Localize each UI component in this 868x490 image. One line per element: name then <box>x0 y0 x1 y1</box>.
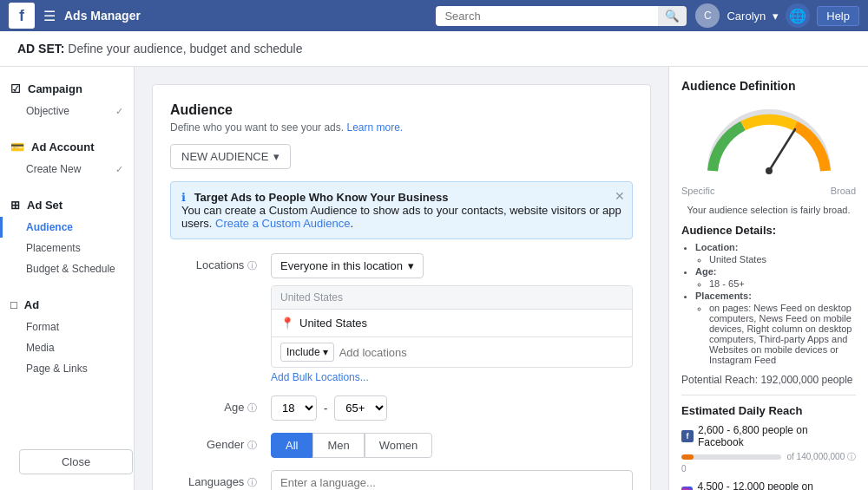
user-area: C Carolyn ▾ 🌐 Help <box>695 3 859 28</box>
sidebar-item-format[interactable]: Format <box>0 317 134 337</box>
add-locations-input[interactable] <box>339 346 623 359</box>
fb-reach-label: 2,600 - 6,800 people on Facebook <box>698 424 856 448</box>
ig-reach-item: 4,500 - 12,000 people on Instagram of 35… <box>681 480 856 490</box>
ig-reach-label: 4,500 - 12,000 people on Instagram <box>697 480 856 490</box>
gauge-text: Your audience selection is fairly broad. <box>681 205 856 215</box>
fb-bar-row: of 140,000,000 ⓘ <box>681 451 856 463</box>
ad-account-icon: 💳 <box>10 140 24 154</box>
locations-label: Locations ⓘ <box>170 253 257 272</box>
sidebar-item-page-links[interactable]: Page & Links <box>0 358 134 379</box>
search-input[interactable] <box>436 6 661 26</box>
languages-info-icon: ⓘ <box>247 477 257 487</box>
campaign-icon: ☑ <box>10 82 21 95</box>
gender-women-button[interactable]: Women <box>365 433 433 458</box>
sidebar-ad-label: Ad <box>24 298 39 311</box>
breadcrumb: AD SET: Define your audience, budget and… <box>0 31 868 67</box>
search-button[interactable]: 🔍 <box>658 6 687 26</box>
dropdown-icon: ▾ <box>273 150 279 163</box>
estimated-title: Estimated Daily Reach <box>681 404 856 417</box>
audience-details-title: Audience Details: <box>681 224 856 237</box>
section-sub: Define who you want to see your ads. Lea… <box>170 121 633 134</box>
detail-location: Location: United States <box>695 242 856 265</box>
globe-icon: 🌐 <box>786 3 810 28</box>
sidebar-section-campaign-header[interactable]: ☑ Campaign <box>0 77 134 101</box>
gauge-chart <box>700 101 838 180</box>
age-control: 18 - 65+ <box>271 395 633 421</box>
include-row: Include ▾ <box>272 336 632 367</box>
close-x[interactable]: ✕ <box>615 189 625 203</box>
chevron-down-icon: ▾ <box>773 10 779 23</box>
ad-set-icon: ⊞ <box>10 199 20 212</box>
include-chevron: ▾ <box>323 346 328 358</box>
fb-bar-of: of 140,000,000 ⓘ <box>786 451 856 463</box>
sidebar-bottom: Close <box>0 473 134 490</box>
divider <box>681 395 856 395</box>
sidebar-section-ad-account-header[interactable]: 💳 Ad Account <box>0 135 134 159</box>
sidebar-section-ad: □ Ad Format Media Page & Links <box>0 293 134 379</box>
languages-control <box>271 470 633 490</box>
sidebar-ad-set-label: Ad Set <box>27 199 62 212</box>
new-audience-button[interactable]: NEW AUDIENCE ▾ <box>170 144 291 169</box>
location-item: 📍 United States <box>272 309 632 336</box>
age-label: Age ⓘ <box>170 395 257 415</box>
search-wrap: 🔍 <box>436 6 687 26</box>
right-panel: Audience Definition Specific Broad Yo <box>668 67 868 490</box>
chevron-icon: ▾ <box>408 259 414 272</box>
app-title: Ads Manager <box>64 9 427 23</box>
content-area: Audience Define who you want to see your… <box>135 67 668 490</box>
check-icon: ✓ <box>115 106 123 117</box>
sidebar-ad-account-label: Ad Account <box>31 140 94 154</box>
instagram-icon <box>681 487 693 490</box>
fb-bar-labels: 0 <box>681 464 856 474</box>
age-dash: - <box>324 402 327 415</box>
pin-icon: 📍 <box>280 317 294 330</box>
sidebar-item-create-new[interactable]: Create New ✓ <box>0 159 134 180</box>
bulk-locations-link[interactable]: Add Bulk Locations... <box>271 371 369 383</box>
detail-age: Age: 18 - 65+ <box>695 266 856 289</box>
sidebar-item-media[interactable]: Media <box>0 337 134 358</box>
user-name: Carolyn <box>727 10 766 23</box>
fb-bar-fill <box>681 454 694 460</box>
fb-info-icon: ⓘ <box>847 452 856 461</box>
close-button[interactable]: Close <box>19 449 133 474</box>
languages-label: Languages ⓘ <box>170 470 257 489</box>
gender-row: Gender ⓘ All Men Women <box>170 433 633 458</box>
sidebar-section-ad-set: ⊞ Ad Set Audience Placements Budget & Sc… <box>0 193 134 279</box>
sidebar-campaign-label: Campaign <box>28 82 82 95</box>
languages-input[interactable] <box>271 470 633 490</box>
help-button[interactable]: Help <box>817 6 859 26</box>
info-banner-title: Target Ads to People Who Know Your Busin… <box>194 191 449 204</box>
gender-men-button[interactable]: Men <box>312 433 364 458</box>
ad-icon: □ <box>10 298 17 311</box>
sidebar-item-budget-schedule[interactable]: Budget & Schedule <box>0 258 134 279</box>
age-to-select[interactable]: 65+ <box>334 395 387 421</box>
include-select[interactable]: Include ▾ <box>280 343 334 362</box>
location-type-select[interactable]: Everyone in this location ▾ <box>271 253 424 278</box>
location-box: United States 📍 United States Include ▾ <box>271 285 633 368</box>
facebook-icon: f <box>681 430 694 442</box>
gauge-container: Specific Broad <box>681 101 856 196</box>
age-from-select[interactable]: 18 <box>271 395 317 421</box>
breadcrumb-text: Define your audience, budget and schedul… <box>68 42 302 56</box>
location-selected: United States <box>299 317 367 330</box>
sidebar-section-ad-header[interactable]: □ Ad <box>0 293 134 317</box>
sidebar-item-audience[interactable]: Audience <box>0 217 134 238</box>
breadcrumb-prefix: AD SET: <box>17 42 64 56</box>
sidebar-item-objective[interactable]: Objective ✓ <box>0 101 134 121</box>
gender-label: Gender ⓘ <box>170 433 257 452</box>
custom-audience-link[interactable]: Create a Custom Audience <box>215 217 350 230</box>
locations-control: Everyone in this location ▾ United State… <box>271 253 633 383</box>
gender-all-button[interactable]: All <box>271 433 312 458</box>
ig-reach-header: 4,500 - 12,000 people on Instagram <box>681 480 856 490</box>
svg-point-1 <box>766 167 773 174</box>
sidebar-item-placements[interactable]: Placements <box>0 238 134 258</box>
sidebar-section-ad-set-header[interactable]: ⊞ Ad Set <box>0 193 134 217</box>
info-banner: ℹ Target Ads to People Who Know Your Bus… <box>170 181 633 239</box>
section-title: Audience <box>170 102 633 118</box>
gauge-specific: Specific <box>681 186 715 196</box>
hamburger-icon[interactable]: ☰ <box>43 8 56 24</box>
fb-bar-track <box>681 454 781 460</box>
fb-reach-header: f 2,600 - 6,800 people on Facebook <box>681 424 856 448</box>
learn-more-link[interactable]: Learn more. <box>346 121 403 134</box>
gauge-labels: Specific Broad <box>681 186 856 196</box>
